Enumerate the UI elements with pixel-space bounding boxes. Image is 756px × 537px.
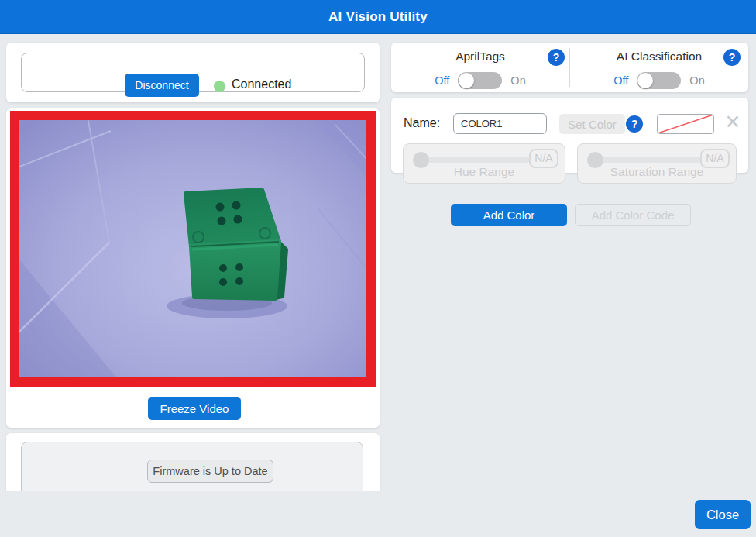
saturation-range-slider-group: N/A Saturation Range <box>577 143 737 184</box>
ai-classification-help-icon[interactable]: ? <box>723 49 741 66</box>
video-still-green-cube <box>19 120 366 377</box>
ai-classification-toggle[interactable] <box>637 72 681 89</box>
toggle-knob <box>459 73 474 88</box>
remove-color-icon[interactable]: ✕ <box>723 112 742 131</box>
toggle-knob <box>637 73 653 88</box>
add-color-code-button[interactable]: Add Color Code <box>575 204 691 226</box>
dialog-footer: Close <box>0 491 756 537</box>
color-signature-card: Name: Set Color ? ✕ N/A Hue Range N/A Sa… <box>391 98 748 173</box>
ai-classification-on-label: On <box>689 74 704 87</box>
page-title: AI Vision Utility <box>0 0 756 33</box>
firmware-card: Firmware is Up to Date Version: 1.0.0.b1… <box>6 433 380 499</box>
set-color-button[interactable]: Set Color <box>559 114 625 134</box>
title-bar: AI Vision Utility <box>0 0 756 34</box>
no-color-slash-icon <box>658 115 713 133</box>
ai-classification-section: AI Classification ? Off On <box>570 43 748 92</box>
apriltags-toggle[interactable] <box>458 72 502 89</box>
detection-highlight-frame <box>10 111 376 387</box>
disconnect-button[interactable]: Disconnect <box>125 74 199 97</box>
add-color-button[interactable]: Add Color <box>451 204 567 226</box>
set-color-help-icon[interactable]: ? <box>626 115 643 133</box>
firmware-status-button[interactable]: Firmware is Up to Date <box>147 460 273 483</box>
video-card: Freeze Video <box>6 108 380 428</box>
connection-status-label: Connected <box>232 77 291 91</box>
apriltags-on-label: On <box>510 74 525 87</box>
name-label: Name: <box>404 116 440 130</box>
color-name-input[interactable] <box>453 113 547 134</box>
hue-slider-track <box>425 157 530 163</box>
camera-video-feed[interactable] <box>19 120 366 377</box>
hue-range-label: Hue Range <box>404 165 565 179</box>
ai-classification-off-label: Off <box>613 74 628 87</box>
close-button[interactable]: Close <box>695 500 751 529</box>
apriltags-label: AprilTags <box>391 50 569 64</box>
ai-vision-utility-dialog: { "window": { "title": "AI Vision Utilit… <box>0 0 756 537</box>
ai-classification-label: AI Classification <box>570 50 748 64</box>
freeze-video-button[interactable]: Freeze Video <box>148 397 241 420</box>
feature-toggles-card: AprilTags ? Off On AI Classification ? O… <box>391 43 748 92</box>
connection-card: Disconnect Connected <box>6 43 380 102</box>
hue-range-slider-group: N/A Hue Range <box>403 143 565 184</box>
apriltags-section: AprilTags ? Off On <box>391 43 569 92</box>
connected-status-dot-icon <box>214 81 225 92</box>
apriltags-off-label: Off <box>435 74 449 87</box>
saturation-range-label: Saturation Range <box>578 165 736 179</box>
saturation-slider-track <box>600 157 701 163</box>
connection-status-panel: Disconnect Connected <box>21 53 365 92</box>
color-swatch-empty[interactable] <box>657 114 714 134</box>
apriltags-help-icon[interactable]: ? <box>548 49 565 66</box>
